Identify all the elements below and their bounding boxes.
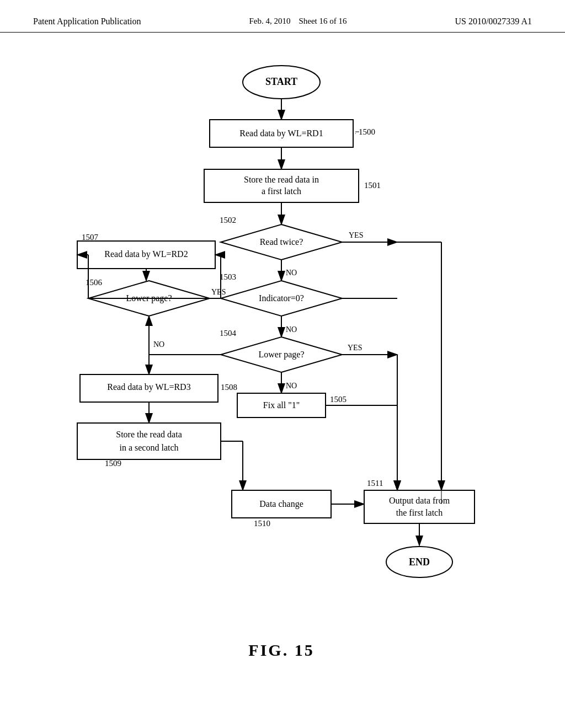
svg-text:NO: NO xyxy=(286,269,297,277)
svg-text:Indicator=0?: Indicator=0? xyxy=(259,293,304,303)
svg-text:1502: 1502 xyxy=(220,216,236,224)
svg-text:Data change: Data change xyxy=(259,499,303,509)
svg-text:1501: 1501 xyxy=(364,181,381,190)
svg-rect-67 xyxy=(364,490,475,523)
header-center: Feb. 4, 2010 Sheet 16 of 16 xyxy=(249,17,347,26)
header-left: Patent Application Publication xyxy=(33,17,141,26)
svg-text:Fix all "1": Fix all "1" xyxy=(263,400,300,410)
svg-text:Lower page?: Lower page? xyxy=(258,350,304,360)
svg-text:NO: NO xyxy=(286,325,297,334)
svg-text:Output data from: Output data from xyxy=(389,496,450,506)
page-header: Patent Application Publication Feb. 4, 2… xyxy=(0,0,565,33)
svg-text:YES: YES xyxy=(349,231,363,239)
svg-text:the first latch: the first latch xyxy=(396,508,443,517)
svg-text:1511: 1511 xyxy=(367,479,383,488)
svg-text:Read data by WL=RD1: Read data by WL=RD1 xyxy=(239,129,323,138)
svg-text:YES: YES xyxy=(348,344,362,352)
svg-text:Store the read data: Store the read data xyxy=(116,430,182,439)
svg-text:1509: 1509 xyxy=(105,459,121,468)
svg-text:1505: 1505 xyxy=(330,395,347,404)
svg-text:a first latch: a first latch xyxy=(262,186,301,196)
header-right: US 2010/0027339 A1 xyxy=(455,17,532,26)
svg-text:END: END xyxy=(409,556,430,568)
svg-text:in a second latch: in a second latch xyxy=(119,443,178,452)
svg-text:1510: 1510 xyxy=(254,519,270,528)
svg-text:NO: NO xyxy=(153,340,164,349)
diagram-area: START Read data by WL=RD1 1500 Store the… xyxy=(0,38,565,672)
svg-text:FIG. 15: FIG. 15 xyxy=(248,641,314,659)
svg-text:1507: 1507 xyxy=(82,233,99,242)
svg-text:START: START xyxy=(265,76,297,87)
svg-text:1503: 1503 xyxy=(220,272,236,281)
publication-title: Patent Application Publication xyxy=(33,17,141,26)
flowchart-svg: START Read data by WL=RD1 1500 Store the… xyxy=(0,38,565,672)
svg-rect-8 xyxy=(204,169,359,202)
svg-text:Read data by WL=RD2: Read data by WL=RD2 xyxy=(104,249,188,259)
svg-text:Read twice?: Read twice? xyxy=(260,237,303,247)
svg-text:YES: YES xyxy=(211,288,226,296)
svg-rect-57 xyxy=(77,423,221,459)
patent-number: US 2010/0027339 A1 xyxy=(455,17,532,26)
svg-text:NO: NO xyxy=(286,382,297,390)
pub-date: Feb. 4, 2010 xyxy=(249,17,290,25)
svg-text:Read data by WL=RD3: Read data by WL=RD3 xyxy=(107,382,190,392)
svg-text:1504: 1504 xyxy=(220,329,237,338)
svg-text:1500: 1500 xyxy=(359,127,375,136)
svg-text:Store the read data in: Store the read data in xyxy=(244,175,319,184)
sheet-info: Sheet 16 of 16 xyxy=(299,17,347,25)
svg-text:1508: 1508 xyxy=(221,383,237,392)
